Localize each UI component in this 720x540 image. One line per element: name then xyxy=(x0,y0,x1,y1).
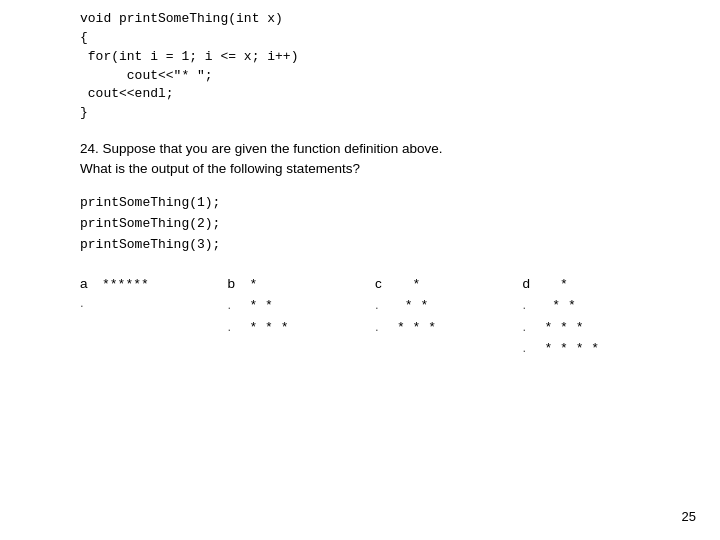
code-line-1: void printSomeThing(int x) xyxy=(80,10,660,29)
option-c-line2: * * xyxy=(397,295,428,316)
call-1: printSomeThing(1); xyxy=(80,192,660,213)
code-line-3: for(int i = 1; i <= x; i++) xyxy=(80,48,660,67)
option-c: c * . * * . * * * xyxy=(375,274,513,360)
option-d: d * . * * . * * * . * * * * xyxy=(523,274,661,360)
option-d-line1: * xyxy=(545,274,568,295)
option-c-dot1: . xyxy=(375,297,389,312)
option-d-dot3: . xyxy=(523,340,537,355)
option-b-label: b xyxy=(228,276,242,291)
option-a-header: a ****** xyxy=(80,274,218,295)
option-b: b * . * * . * * * xyxy=(228,274,366,360)
option-b-header: b * xyxy=(228,274,366,295)
call-2: printSomeThing(2); xyxy=(80,213,660,234)
option-c-line1: * xyxy=(397,274,420,295)
option-a: a ****** . xyxy=(80,274,218,360)
question-text: 24. Suppose that you are given the funct… xyxy=(80,139,660,180)
option-b-line3: * * * xyxy=(250,317,289,338)
option-b-line1: * xyxy=(250,274,258,295)
option-a-label: a xyxy=(80,276,94,291)
code-line-5: cout<<endl; xyxy=(80,85,660,104)
option-a-dot: . xyxy=(80,295,94,310)
function-calls: printSomeThing(1); printSomeThing(2); pr… xyxy=(80,192,660,256)
option-c-dot2: . xyxy=(375,319,389,334)
option-c-header: c * xyxy=(375,274,513,295)
page-number: 25 xyxy=(682,509,696,524)
question-text1: Suppose that you are given the function … xyxy=(103,141,443,156)
options-grid: a ****** . b * . * * . * * * xyxy=(80,274,660,360)
code-line-4: cout<<"* "; xyxy=(80,67,660,86)
code-block: void printSomeThing(int x) { for(int i =… xyxy=(80,10,660,123)
option-d-line3: * * * xyxy=(545,317,584,338)
option-c-label: c xyxy=(375,276,389,291)
code-line-6: } xyxy=(80,104,660,123)
option-d-header: d * xyxy=(523,274,661,295)
call-3: printSomeThing(3); xyxy=(80,234,660,255)
question-number: 24. xyxy=(80,141,99,156)
option-b-line2: * * xyxy=(250,295,273,316)
question-text2: What is the output of the following stat… xyxy=(80,161,360,176)
option-d-dot2: . xyxy=(523,319,537,334)
option-b-dot2: . xyxy=(228,319,242,334)
option-b-dot1: . xyxy=(228,297,242,312)
option-d-dot1: . xyxy=(523,297,537,312)
option-d-line2: * * xyxy=(545,295,576,316)
option-d-label: d xyxy=(523,276,537,291)
page-container: void printSomeThing(int x) { for(int i =… xyxy=(0,0,720,540)
option-d-line4: * * * * xyxy=(545,338,600,359)
option-a-line1: ****** xyxy=(102,274,149,295)
option-c-line3: * * * xyxy=(397,317,436,338)
code-line-2: { xyxy=(80,29,660,48)
